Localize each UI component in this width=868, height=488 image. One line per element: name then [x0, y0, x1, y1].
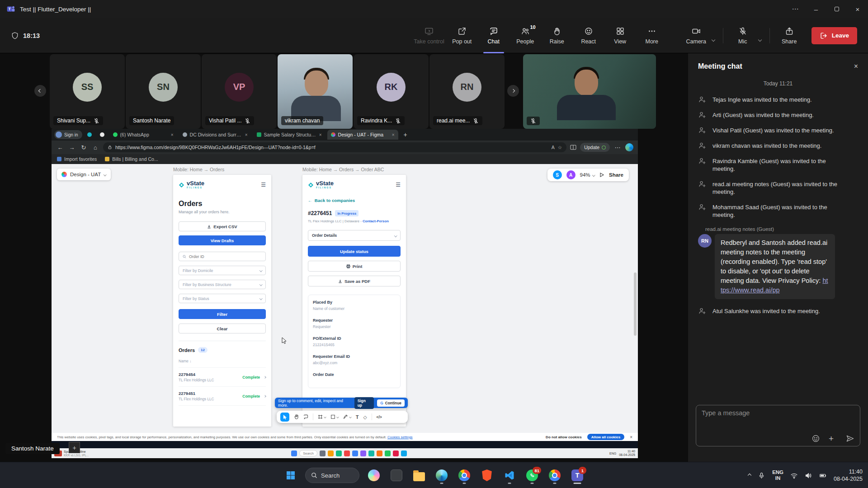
figma-share-button[interactable]: Share: [609, 172, 623, 178]
allow-cookies-button[interactable]: Allow all cookies: [587, 434, 624, 440]
figma-signup-button[interactable]: Sign up: [354, 397, 374, 409]
minimize-button[interactable]: –: [806, 0, 826, 18]
shared-screen[interactable]: Sign in (6) WhatsApp× DC Divisions and S…: [52, 129, 638, 458]
frame-label[interactable]: Mobile: Home → Orders → Order ABC: [302, 167, 384, 172]
taskbar-app-icon[interactable]: [368, 450, 374, 456]
tab-whatsapp[interactable]: (6) WhatsApp×: [109, 130, 177, 140]
close-button[interactable]: ×: [847, 0, 868, 18]
pinned-tab-1[interactable]: [84, 130, 95, 139]
refresh-button[interactable]: ↻: [80, 144, 88, 151]
canvas-scrollbar[interactable]: [634, 272, 637, 336]
browser-profile-avatar[interactable]: [625, 143, 633, 151]
file-explorer-icon[interactable]: [409, 465, 429, 485]
order-details-select[interactable]: Order Details: [308, 230, 401, 241]
chat-composer[interactable]: +: [696, 405, 860, 446]
pinned-tab-2[interactable]: [97, 130, 108, 139]
clear-button[interactable]: Clear: [179, 324, 266, 333]
attach-icon[interactable]: +: [829, 434, 834, 443]
view-drafts-button[interactable]: View Drafts: [179, 235, 266, 245]
message-input[interactable]: [702, 409, 854, 417]
cookie-close-icon[interactable]: ×: [630, 435, 632, 440]
dev-mode-icon[interactable]: </>: [377, 415, 382, 419]
read-aloud-icon[interactable]: A: [552, 145, 555, 150]
frame-label[interactable]: Mobile: Home → Orders: [173, 167, 224, 172]
taskbar-app-icon[interactable]: [393, 450, 399, 456]
present-icon[interactable]: [599, 172, 604, 178]
add-overlay-button[interactable]: +: [69, 442, 80, 453]
whatsapp-icon[interactable]: 81: [522, 465, 542, 485]
url-input[interactable]: [115, 145, 548, 150]
leave-button[interactable]: Leave: [811, 27, 857, 44]
react-button[interactable]: React: [575, 18, 603, 53]
taskbar-app-icon[interactable]: [336, 450, 342, 456]
filter-button[interactable]: Filter: [179, 309, 266, 319]
participant-tile-readai[interactable]: RN read.ai mee...: [429, 54, 505, 129]
figma-canvas[interactable]: Design - UAT S A 94% Share Mobile: Home …: [52, 164, 638, 433]
move-tool-icon[interactable]: [280, 413, 289, 422]
taskbar-app-icon[interactable]: [328, 450, 334, 456]
taskbar-app-icon[interactable]: [377, 450, 382, 456]
order-id-search[interactable]: [179, 252, 266, 261]
order-row[interactable]: 2279454TL Flex Holdings LLC Complete: [179, 367, 266, 382]
text-tool-icon[interactable]: T: [356, 414, 359, 420]
search-box[interactable]: Search: [299, 450, 317, 456]
filter-domicile-select[interactable]: Filter by Domicile: [179, 266, 266, 275]
save-as-pdf-button[interactable]: Save as PDF: [308, 276, 401, 286]
mic-options-chevron-icon[interactable]: [758, 38, 761, 41]
sender-avatar[interactable]: RN: [698, 234, 712, 248]
tab-close-icon[interactable]: ×: [245, 132, 248, 137]
send-icon[interactable]: [846, 434, 854, 443]
favorite-import[interactable]: Import favorites: [57, 156, 97, 162]
edge-icon[interactable]: [432, 465, 452, 485]
forward-button[interactable]: →: [68, 144, 76, 151]
participant-tile-vikram[interactable]: vikram chavan: [278, 54, 353, 129]
chrome-icon[interactable]: [454, 465, 474, 485]
chrome-profile-icon[interactable]: [545, 465, 565, 485]
export-csv-button[interactable]: Export CSV: [179, 221, 266, 231]
collaborator-avatar[interactable]: S: [553, 170, 562, 179]
taskbar-app-icon[interactable]: [320, 450, 326, 456]
app-icon-dark[interactable]: [387, 465, 406, 485]
spotlight-tile[interactable]: [523, 54, 656, 129]
hand-tool-icon[interactable]: [294, 414, 299, 419]
update-status-button[interactable]: Update status: [308, 246, 401, 257]
column-header[interactable]: Name ↓: [179, 359, 266, 363]
tab-close-icon[interactable]: ×: [171, 132, 174, 137]
tab-close-icon[interactable]: ×: [319, 132, 322, 137]
deny-cookies-button[interactable]: Do not allow cookies: [546, 435, 582, 439]
browser-menu-icon[interactable]: ⋯: [613, 144, 622, 151]
participant-tile-santosh[interactable]: SN Santosh Narate: [126, 54, 201, 129]
start-button[interactable]: [281, 465, 301, 485]
tray-expand-icon[interactable]: [748, 474, 751, 477]
home-button[interactable]: ⌂: [91, 144, 99, 151]
menu-icon[interactable]: ☰: [261, 182, 266, 188]
taskbar-app-icon[interactable]: [352, 450, 358, 456]
browser-update-button[interactable]: Update: [580, 143, 610, 152]
taskbar-app-icon[interactable]: [401, 450, 407, 456]
chat-button[interactable]: Chat: [480, 18, 508, 53]
collaborator-avatar[interactable]: A: [566, 170, 576, 179]
cookie-settings-link[interactable]: Cookies settings: [387, 435, 413, 439]
brave-icon[interactable]: [477, 465, 497, 485]
taskbar-app-icon[interactable]: [360, 450, 366, 456]
browser-profile-chip[interactable]: Sign in: [54, 130, 82, 139]
frame-tool-icon[interactable]: [318, 414, 326, 419]
emoji-icon[interactable]: [811, 434, 820, 443]
zoom-control[interactable]: 94%: [580, 172, 595, 178]
taskbar-app-icon[interactable]: [385, 450, 391, 456]
camera-options-chevron-icon[interactable]: [711, 38, 715, 41]
tray-mic-icon[interactable]: [758, 472, 765, 479]
start-button[interactable]: [291, 450, 297, 456]
back-button[interactable]: ←: [56, 144, 64, 151]
vscode-icon[interactable]: [500, 465, 519, 485]
mic-button[interactable]: Mic: [729, 18, 757, 53]
view-button[interactable]: View: [606, 18, 634, 53]
battery-icon[interactable]: [819, 472, 827, 479]
order-id-input[interactable]: [189, 254, 262, 259]
taskbar-app-icon[interactable]: [344, 450, 350, 456]
share-screen-button[interactable]: Share: [775, 18, 803, 53]
filter-status-select[interactable]: Filter by Status: [179, 294, 266, 303]
participant-tile-ravindra[interactable]: RK Ravindra K...: [354, 54, 429, 129]
shared-system-tray[interactable]: ENG 11:4008-04-2025: [609, 450, 635, 457]
tab-figma-active[interactable]: Design - UAT - Figma×: [327, 130, 398, 140]
